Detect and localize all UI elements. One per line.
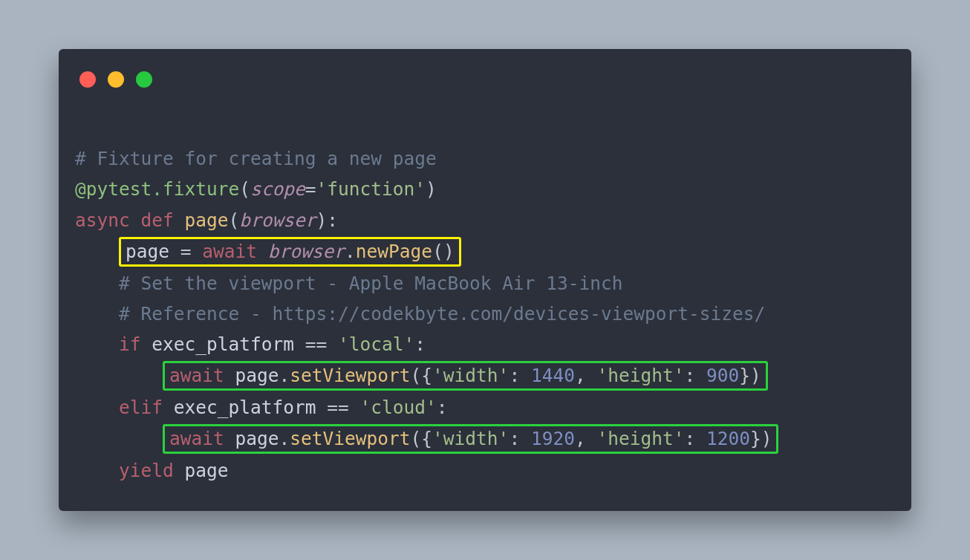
keyword-def: def bbox=[141, 209, 174, 231]
method: newPage bbox=[356, 241, 432, 262]
dict-key: 'width' bbox=[432, 428, 509, 449]
number: 1920 bbox=[531, 428, 575, 449]
highlight-green: await page.setViewport({'width': 1920, '… bbox=[163, 424, 778, 454]
keyword-if: if bbox=[119, 333, 141, 355]
comma: , bbox=[575, 365, 597, 386]
function-name: page bbox=[185, 209, 229, 231]
code-comment: # Fixture for creating a new page bbox=[75, 148, 437, 169]
open: ({ bbox=[411, 428, 433, 449]
identifier: exec_platform bbox=[174, 397, 316, 418]
open: ({ bbox=[411, 365, 433, 386]
string-literal: 'local' bbox=[338, 333, 414, 355]
assign: = bbox=[169, 241, 202, 262]
colon: : bbox=[684, 428, 706, 449]
kwarg-name: scope bbox=[250, 178, 305, 200]
method: setViewport bbox=[290, 365, 410, 386]
highlight-green: await page.setViewport({'width': 1440, '… bbox=[163, 361, 768, 391]
equals: = bbox=[305, 178, 316, 200]
dot: . bbox=[279, 428, 290, 449]
close-icon[interactable] bbox=[79, 71, 96, 88]
object: page bbox=[235, 365, 279, 386]
number: 900 bbox=[706, 365, 739, 386]
number: 1200 bbox=[706, 428, 750, 449]
paren-close: ) bbox=[426, 178, 437, 200]
code-window: # Fixture for creating a new page @pytes… bbox=[59, 49, 911, 511]
code-block: # Fixture for creating a new page @pytes… bbox=[75, 113, 895, 486]
keyword-async: async bbox=[75, 209, 130, 231]
keyword-elif: elif bbox=[119, 397, 163, 418]
number: 1440 bbox=[531, 365, 575, 386]
keyword-yield: yield bbox=[119, 460, 174, 481]
colon: : bbox=[509, 428, 531, 449]
operator-eq: == bbox=[294, 333, 338, 355]
paren-close-colon: ): bbox=[316, 209, 339, 231]
decorator: @pytest.fixture bbox=[75, 178, 239, 200]
comma: , bbox=[575, 428, 597, 449]
identifier: exec_platform bbox=[152, 333, 294, 355]
paren-open: ( bbox=[229, 209, 240, 231]
minimize-icon[interactable] bbox=[108, 71, 124, 88]
object: browser bbox=[268, 241, 345, 262]
string-literal: 'cloud' bbox=[360, 397, 437, 418]
dict-key: 'height' bbox=[596, 428, 684, 449]
operator-eq: == bbox=[316, 397, 360, 418]
paren-open: ( bbox=[239, 178, 250, 200]
identifier: page bbox=[185, 460, 229, 481]
keyword-await: await bbox=[169, 365, 224, 386]
object: page bbox=[235, 428, 279, 449]
dict-key: 'width' bbox=[432, 365, 509, 386]
close: }) bbox=[750, 428, 772, 449]
colon: : bbox=[684, 365, 706, 386]
string-literal: 'function' bbox=[316, 178, 426, 200]
colon: : bbox=[509, 365, 531, 386]
highlight-yellow: page = await browser.newPage() bbox=[119, 237, 461, 267]
keyword-await: await bbox=[169, 428, 224, 449]
parens: () bbox=[432, 241, 455, 262]
close: }) bbox=[739, 365, 761, 386]
code-comment: # Set the viewport - Apple MacBook Air 1… bbox=[119, 273, 623, 294]
dot: . bbox=[345, 241, 356, 262]
method: setViewport bbox=[290, 428, 410, 449]
zoom-icon[interactable] bbox=[136, 71, 152, 88]
param: browser bbox=[239, 209, 316, 231]
identifier: page bbox=[126, 241, 169, 262]
code-comment: # Reference - https://codekbyte.com/devi… bbox=[119, 303, 765, 325]
dict-key: 'height' bbox=[596, 365, 684, 386]
keyword-await: await bbox=[202, 241, 257, 262]
colon: : bbox=[414, 333, 426, 355]
colon: : bbox=[437, 397, 448, 418]
window-controls bbox=[75, 71, 895, 88]
dot: . bbox=[279, 365, 290, 386]
